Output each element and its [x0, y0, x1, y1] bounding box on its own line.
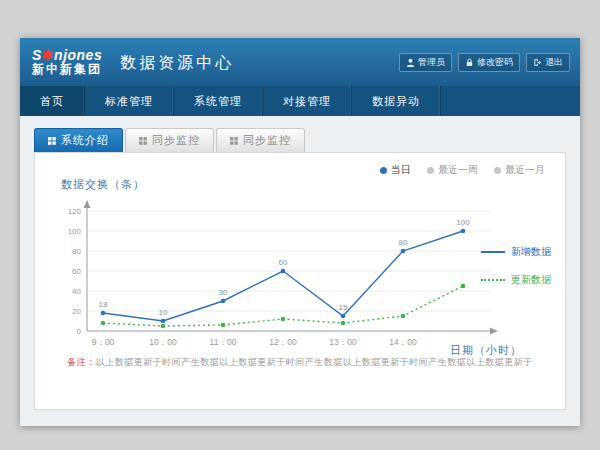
- brand-logo-text: S✱njones: [32, 47, 102, 63]
- tab-sync-monitor-2[interactable]: 同步监控: [216, 128, 305, 152]
- bullet-icon: [494, 167, 501, 174]
- bullet-icon: [380, 167, 387, 174]
- legend-item-new-data[interactable]: 新增数据: [481, 245, 551, 259]
- svg-text:14：00: 14：00: [389, 337, 417, 347]
- main-nav: 首页 标准管理 系统管理 对接管理 数据异动: [20, 86, 580, 116]
- svg-text:60: 60: [72, 267, 81, 276]
- admin-user-label: 管理员: [418, 56, 445, 69]
- legend-label: 更新数据: [511, 273, 551, 287]
- logo-prefix: S: [32, 47, 42, 63]
- logo-star-icon: ✱: [42, 47, 54, 63]
- tab-label: 系统介绍: [61, 133, 109, 148]
- logout-button[interactable]: 退出: [526, 53, 570, 72]
- tab-bar: 系统介绍 同步监控 同步监控: [34, 128, 580, 152]
- svg-text:40: 40: [72, 287, 81, 296]
- footnote: 备注：以上数据更新于时间产生数据以上数据更新于时间产生数据以上数据更新于时间产生…: [35, 356, 565, 369]
- tab-sync-monitor-1[interactable]: 同步监控: [125, 128, 214, 152]
- grid-icon: [230, 137, 238, 145]
- footnote-prefix: 备注：: [67, 357, 96, 367]
- legend-item-updated-data[interactable]: 更新数据: [481, 273, 551, 287]
- lock-icon: [465, 58, 474, 67]
- svg-text:30: 30: [219, 288, 228, 297]
- tab-label: 同步监控: [243, 133, 291, 148]
- nav-item-home[interactable]: 首页: [20, 86, 85, 116]
- chart-panel: 当日 最近一周 最近一月 数据交换（条） 0204060801001209：00…: [34, 152, 566, 410]
- grid-icon: [48, 137, 56, 145]
- dotted-line-icon: [481, 279, 505, 281]
- svg-text:0: 0: [77, 327, 82, 336]
- header-actions: 管理员 修改密码 退出: [399, 53, 570, 72]
- svg-text:120: 120: [68, 207, 82, 216]
- svg-text:20: 20: [72, 307, 81, 316]
- svg-text:13：00: 13：00: [329, 337, 357, 347]
- filter-label: 最近一周: [438, 163, 478, 177]
- logout-label: 退出: [545, 56, 563, 69]
- logo-suffix: njones: [54, 47, 102, 63]
- brand-logo: S✱njones 新中新集团: [32, 47, 102, 77]
- tab-label: 同步监控: [152, 133, 200, 148]
- brand-logo-subtitle: 新中新集团: [32, 63, 102, 77]
- app-header: S✱njones 新中新集团 数据资源中心 管理员 修改密码 退出: [20, 38, 580, 86]
- svg-text:80: 80: [399, 238, 408, 247]
- svg-text:60: 60: [279, 258, 288, 267]
- svg-text:11：00: 11：00: [210, 337, 237, 347]
- y-axis-title: 数据交换（条）: [61, 177, 145, 192]
- svg-text:12：00: 12：00: [269, 337, 297, 347]
- footnote-text: 以上数据更新于时间产生数据以上数据更新于时间产生数据以上数据更新于时间产生数据以…: [96, 357, 533, 367]
- filter-today[interactable]: 当日: [380, 163, 411, 177]
- solid-line-icon: [481, 251, 505, 253]
- nav-item-system-mgmt[interactable]: 系统管理: [174, 86, 263, 116]
- change-password-label: 修改密码: [477, 56, 513, 69]
- tab-system-intro[interactable]: 系统介绍: [34, 128, 123, 152]
- user-icon: [406, 58, 415, 67]
- content-area: 系统介绍 同步监控 同步监控 当日 最近一周: [20, 116, 580, 426]
- page-title: 数据资源中心: [120, 53, 234, 74]
- nav-item-data-change[interactable]: 数据异动: [352, 86, 441, 116]
- svg-text:18: 18: [99, 300, 108, 309]
- svg-text:15: 15: [339, 303, 348, 312]
- app-window: S✱njones 新中新集团 数据资源中心 管理员 修改密码 退出 首页 标准管…: [20, 38, 580, 426]
- svg-text:10: 10: [159, 308, 168, 317]
- svg-text:80: 80: [72, 247, 81, 256]
- logout-icon: [533, 58, 542, 67]
- legend-label: 新增数据: [511, 245, 551, 259]
- svg-text:9：00: 9：00: [92, 337, 115, 347]
- svg-text:10：00: 10：00: [149, 337, 177, 347]
- period-filter-group: 当日 最近一周 最近一月: [380, 163, 545, 177]
- line-chart: 0204060801001209：0010：0011：0012：0013：001…: [53, 199, 503, 363]
- nav-item-standard-mgmt[interactable]: 标准管理: [85, 86, 174, 116]
- series-legend: 新增数据 更新数据: [481, 245, 551, 287]
- admin-user-button[interactable]: 管理员: [399, 53, 452, 72]
- filter-label: 最近一月: [505, 163, 545, 177]
- filter-label: 当日: [391, 163, 411, 177]
- svg-text:100: 100: [456, 218, 470, 227]
- svg-text:100: 100: [68, 227, 82, 236]
- nav-item-interface-mgmt[interactable]: 对接管理: [263, 86, 352, 116]
- change-password-button[interactable]: 修改密码: [458, 53, 520, 72]
- bullet-icon: [427, 167, 434, 174]
- grid-icon: [139, 137, 147, 145]
- filter-last-week[interactable]: 最近一周: [427, 163, 478, 177]
- chart-canvas: 0204060801001209：0010：0011：0012：0013：001…: [53, 199, 503, 359]
- filter-last-month[interactable]: 最近一月: [494, 163, 545, 177]
